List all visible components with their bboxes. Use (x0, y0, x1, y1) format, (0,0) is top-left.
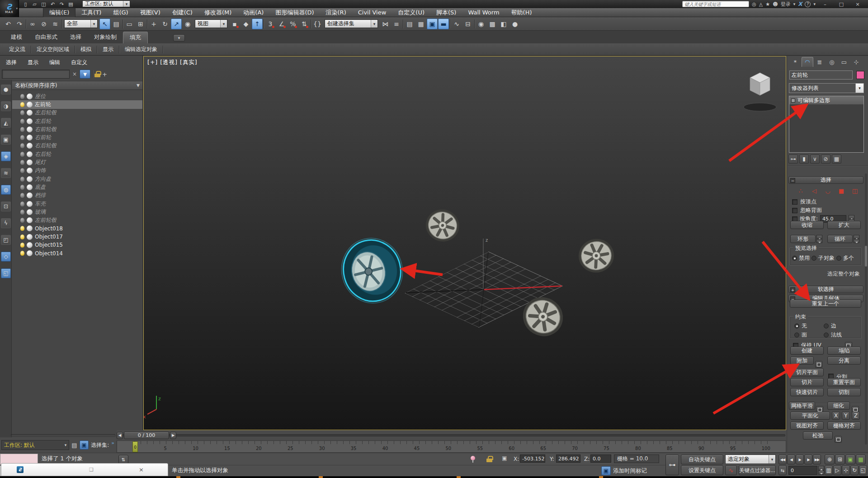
planar-x-button[interactable]: X (832, 412, 840, 420)
preview-multiple-radio[interactable] (836, 256, 841, 261)
quickslice-button[interactable]: 快速切片 (790, 388, 824, 396)
ribbon-panel-item[interactable]: 定义流 (4, 46, 31, 53)
select-and-scale-icon[interactable]: ↗ (171, 19, 182, 29)
isolate-toggle-icon[interactable]: ▣ (601, 466, 611, 475)
menu-item[interactable]: 组(G) (107, 8, 134, 17)
scene-object-row[interactable]: 玻璃 (12, 208, 142, 216)
separator[interactable] (449, 19, 451, 29)
remove-modifier-icon[interactable]: ⊘ (821, 155, 830, 164)
scene-object-row[interactable]: 右后轮毂 (12, 142, 142, 150)
ribbon-tab[interactable]: 自由形式 (28, 32, 64, 43)
attach-list-button[interactable] (815, 361, 822, 368)
visibility-bulb-icon[interactable] (20, 152, 24, 157)
lock-explorer-icon[interactable] (94, 71, 100, 77)
scene-object-row[interactable]: 座位 (12, 92, 142, 100)
zoom-extents-all-icon[interactable]: ▦ (856, 455, 866, 464)
menu-item[interactable]: 帮助(H) (505, 8, 538, 17)
loop-spinner[interactable] (854, 235, 859, 243)
restore-window-icon[interactable]: ❑ (89, 467, 94, 473)
detach-button[interactable]: 分离 (827, 356, 861, 365)
visibility-bulb-icon[interactable] (20, 226, 24, 231)
play-icon[interactable]: ▶ (796, 455, 804, 464)
new-file-icon[interactable]: ▯ (22, 1, 29, 8)
planar-y-button[interactable]: Y (842, 412, 850, 420)
loop-button[interactable]: 循环 (827, 235, 853, 243)
separator[interactable] (263, 19, 264, 29)
vertex-subobject-icon[interactable]: ∴ (796, 187, 806, 195)
menu-item[interactable]: 渲染(R) (320, 8, 352, 17)
workspace-select-bottom[interactable]: 工作区: 默认 ▾ (1, 440, 69, 450)
ribbon-tab[interactable]: 建模 (5, 32, 28, 43)
visibility-bulb-icon[interactable] (20, 94, 24, 99)
previous-frame-icon[interactable]: ◀ (787, 455, 795, 464)
application-menu-button[interactable]: Ƨ MAX ▾ (0, 0, 19, 17)
ring-button[interactable]: 环形 (790, 235, 816, 243)
visibility-bulb-icon[interactable] (20, 243, 24, 248)
favorites-star-icon[interactable]: ★ (765, 1, 770, 7)
separator[interactable] (61, 19, 62, 29)
explorer-menu-item[interactable]: 选择 (1, 59, 22, 66)
preview-disable-radio[interactable] (792, 256, 797, 261)
previous-frame-arrow[interactable]: ◀ (117, 432, 123, 439)
use-pivot-center-icon[interactable]: ◉ (182, 19, 193, 29)
cut-button[interactable]: 切割 (827, 388, 861, 396)
visibility-bulb-icon[interactable] (20, 143, 24, 148)
slice-plane-button[interactable]: 切片平面 (790, 368, 824, 376)
separator[interactable] (474, 19, 475, 29)
explorer-search-input[interactable] (2, 70, 70, 79)
menu-item[interactable]: 工具(T) (75, 8, 107, 17)
visibility-bulb-icon[interactable] (20, 185, 24, 190)
display-geometry-icon[interactable]: ● (1, 84, 11, 94)
grow-button[interactable]: 扩大 (827, 221, 861, 229)
scene-object-row[interactable]: 右前轮毂 (12, 125, 142, 133)
render-production-icon[interactable]: ● (509, 19, 520, 29)
unlink-selection-icon[interactable]: ⊘ (38, 19, 49, 29)
rollout-soft-selection[interactable]: +软选择 (788, 286, 863, 293)
render-setup-icon[interactable]: ▩ (487, 19, 498, 29)
object-name-field[interactable]: 左前轮 (789, 70, 853, 80)
scene-object-row[interactable]: 左前轮毂 (12, 216, 142, 224)
set-key-button[interactable]: 设置关键点 (681, 465, 723, 475)
ribbon-tab[interactable]: 选择 (64, 32, 88, 43)
separator[interactable] (25, 19, 27, 29)
separator[interactable] (146, 19, 148, 29)
planar-z-button[interactable]: Z (852, 412, 860, 420)
tessellate-button[interactable]: 细化 (827, 402, 850, 410)
ignore-backfacing-checkbox[interactable] (792, 208, 797, 213)
visibility-bulb-icon[interactable] (20, 218, 24, 223)
adaptive-degradation-icon[interactable]: ▥ (825, 465, 833, 475)
scene-object-row[interactable]: 右前轮 (12, 133, 142, 141)
next-frame-arrow[interactable]: ▶ (170, 432, 176, 439)
select-by-name-icon[interactable]: ▤ (111, 19, 122, 29)
visibility-bulb-icon[interactable] (20, 102, 24, 107)
separator[interactable] (122, 19, 123, 29)
select-and-place-icon[interactable]: ↑ (252, 19, 263, 29)
zoom-icon[interactable]: ⊕ (825, 455, 835, 464)
z-coordinate-field[interactable]: 0.0 (590, 455, 611, 463)
visibility-bulb-icon[interactable] (20, 177, 24, 182)
redo-icon[interactable]: ↷ (58, 1, 66, 8)
ribbon-panel-item[interactable]: 编辑选定对象 (119, 46, 163, 53)
rollout-selection[interactable]: −选择 (788, 176, 863, 184)
bind-to-space-warp-icon[interactable]: ≋ (50, 19, 61, 29)
shrink-button[interactable]: 收缩 (790, 221, 824, 229)
filter-funnel-icon[interactable]: ▼ (80, 70, 90, 79)
project-folder-icon[interactable]: ▤ (67, 1, 75, 8)
search-icon[interactable]: ◎ (752, 1, 756, 7)
visibility-bulb-icon[interactable] (20, 210, 24, 215)
schematic-view-icon[interactable]: ⊟ (462, 19, 473, 29)
polygon-subobject-icon[interactable]: ■ (836, 187, 846, 195)
scene-object-row[interactable]: 内饰 (12, 167, 142, 175)
select-and-move-icon[interactable]: + (148, 19, 159, 29)
collapse-button[interactable]: 塌陷 (827, 347, 861, 355)
graphite-ribbon-icon[interactable]: ▦ (415, 19, 426, 29)
menu-item[interactable]: 编辑(E) (43, 8, 75, 18)
scene-object-row[interactable]: Object018 (12, 225, 142, 233)
display-bones-icon[interactable]: ϟ (1, 218, 11, 228)
y-coordinate-field[interactable]: 286.492 (556, 455, 580, 463)
go-to-end-icon[interactable]: ▶▶ (813, 455, 821, 464)
visibility-bulb-icon[interactable] (20, 193, 24, 198)
workspace-select[interactable]: 工作区: 默认 ▾ (82, 0, 130, 7)
viewport-label[interactable]: [+] [透视] [真实] (147, 59, 198, 66)
current-frame-field[interactable]: 0 (788, 466, 817, 475)
